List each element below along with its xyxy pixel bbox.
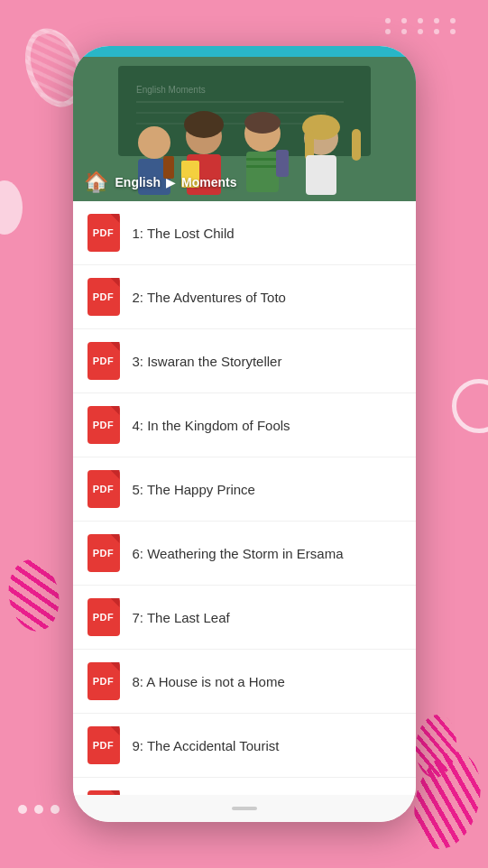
pdf-icon: PDF: [87, 790, 120, 795]
pdf-label: PDF: [93, 676, 115, 687]
item-title: 5: The Happy Prince: [133, 482, 255, 497]
breadcrumb-separator: ▶: [166, 175, 176, 189]
list-item[interactable]: PDF8: A House is not a Home: [73, 650, 416, 714]
item-title: 9: The Accidental Tourist: [133, 738, 280, 753]
list-item[interactable]: PDF3: Iswaran the Storyteller: [73, 329, 416, 393]
pdf-label: PDF: [93, 291, 115, 302]
item-title: 8: A House is not a Home: [133, 674, 285, 689]
pdf-label: PDF: [93, 740, 115, 751]
pdf-label: PDF: [93, 612, 115, 623]
content-list: PDF1: The Lost ChildPDF2: The Adventures…: [73, 201, 416, 795]
bottom-bar: [73, 795, 416, 822]
pdf-icon: PDF: [87, 214, 120, 252]
header-teal-bar: [73, 46, 416, 57]
breadcrumb-moments: Moments: [181, 175, 236, 189]
list-item[interactable]: PDF6: Weathering the Storm in Ersama: [73, 522, 416, 586]
list-item[interactable]: PDF4: In the Kingdom of Fools: [73, 393, 416, 457]
list-item[interactable]: PDF10: The Beggar: [73, 778, 416, 795]
pdf-icon: PDF: [87, 598, 120, 636]
pdf-icon: PDF: [87, 470, 120, 508]
pdf-label: PDF: [93, 356, 115, 366]
svg-point-14: [244, 112, 281, 134]
pdf-label: PDF: [93, 420, 115, 430]
pdf-icon: PDF: [87, 726, 120, 764]
breadcrumb-english: English: [115, 175, 161, 189]
pdf-label: PDF: [93, 227, 115, 238]
item-title: 3: Iswaran the Storyteller: [133, 354, 282, 369]
list-item[interactable]: PDF5: The Happy Prince: [73, 457, 416, 522]
pdf-icon: PDF: [87, 534, 120, 572]
svg-point-10: [184, 111, 224, 138]
home-icon: 🏠: [84, 171, 108, 194]
item-title: 7: The Last Leaf: [133, 610, 230, 625]
svg-rect-22: [352, 129, 361, 161]
item-title: 4: In the Kingdom of Fools: [133, 418, 290, 433]
bottom-indicator: [232, 807, 257, 810]
item-title: 6: Weathering the Storm in Ersama: [133, 546, 344, 561]
pdf-icon: PDF: [87, 406, 120, 444]
pdf-label: PDF: [93, 484, 115, 494]
list-item[interactable]: PDF1: The Lost Child: [73, 201, 416, 265]
svg-rect-16: [246, 158, 279, 161]
phone-container: English Moments: [73, 46, 416, 822]
svg-point-6: [138, 126, 170, 159]
pdf-label: PDF: [93, 548, 115, 559]
hero-overlay: 🏠 English ▶ Moments: [73, 163, 416, 201]
list-item[interactable]: PDF7: The Last Leaf: [73, 586, 416, 650]
pdf-icon: PDF: [87, 662, 120, 700]
list-item[interactable]: PDF2: The Adventures of Toto: [73, 265, 416, 329]
item-title: 1: The Lost Child: [133, 226, 235, 241]
svg-text:English Moments: English Moments: [136, 85, 206, 95]
hero-image: English Moments: [73, 57, 416, 201]
pdf-icon: PDF: [87, 342, 120, 380]
item-title: 2: The Adventures of Toto: [133, 290, 286, 305]
list-item[interactable]: PDF9: The Accidental Tourist: [73, 714, 416, 778]
pdf-icon: PDF: [87, 278, 120, 316]
